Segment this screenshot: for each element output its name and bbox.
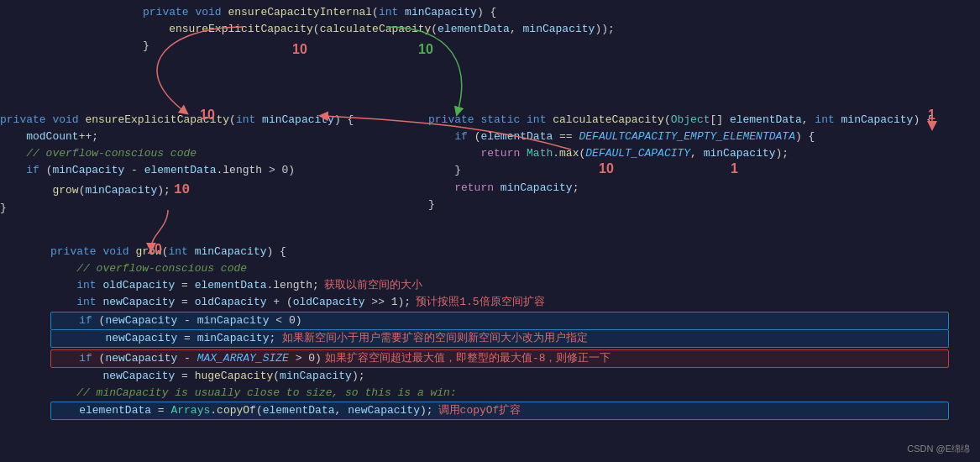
code-line: newCapacity = hugeCapacity(minCapacity); (50, 368, 949, 385)
code-line: private void grow(int minCapacity) { (50, 244, 949, 260)
code-line: int newCapacity = oldCapacity + (oldCapa… (50, 294, 949, 311)
annotation-10-topgreen: 10 (418, 42, 433, 57)
code-line: private void ensureExplicitCapacity(int … (0, 112, 354, 129)
code-line-highlight-blue3: elementData = Arrays.copyOf(elementData,… (50, 402, 949, 420)
code-line: if (minCapacity - elementData.length > 0… (0, 162, 354, 179)
annotation-10-midleft: 10 (200, 108, 215, 123)
code-line: ensureExplicitCapacity(calculateCapacity… (143, 21, 615, 38)
top-header-block: private void ensureCapacityInternal(int … (143, 4, 615, 55)
code-line: private static int calculateCapacity(Obj… (428, 112, 933, 129)
code-line: } (0, 200, 354, 217)
watermark: CSDN @E绵绵 (907, 443, 970, 455)
annotation-10-midright: 10 (599, 161, 614, 176)
bottom-block: private void grow(int minCapacity) { // … (50, 244, 949, 420)
code-line: private void ensureCapacityInternal(int … (143, 4, 615, 21)
code-line: } (428, 197, 933, 213)
code-line: if (elementData == DEFAULTCAPACITY_EMPTY… (428, 129, 933, 145)
left-column: private void ensureExplicitCapacity(int … (0, 112, 354, 218)
code-line-highlight-blue1: if (newCapacity - minCapacity < 0) (50, 312, 949, 330)
annotation-1-mid: 1 (731, 161, 738, 176)
annotation-10-bottom: 10 (147, 242, 162, 257)
code-line: return Math.max(DEFAULT_CAPACITY, minCap… (428, 145, 933, 162)
code-line: return minCapacity; (428, 180, 933, 197)
code-line: } (428, 162, 933, 179)
code-line: // overflow-conscious code (50, 260, 949, 277)
code-area: private void ensureCapacityInternal(int … (0, 0, 980, 462)
code-line: } (143, 38, 615, 55)
code-line: // minCapacity is usually close to size,… (50, 385, 949, 402)
code-line-highlight-red: if (newCapacity - MAX_ARRAY_SIZE > 0)如果扩… (50, 349, 949, 368)
code-line: // overflow-conscious code (0, 145, 354, 162)
right-column: private static int calculateCapacity(Obj… (428, 112, 933, 213)
code-line-highlight-blue2: newCapacity = minCapacity; 如果新空间小于用户需要扩容… (50, 330, 949, 348)
code-line: modCount++; (0, 129, 354, 145)
code-line: grow(minCapacity);10 (0, 180, 354, 201)
annotation-1-right: 1 (928, 108, 935, 123)
code-line: int oldCapacity = elementData.length;获取以… (50, 277, 949, 294)
annotation-10-topleft: 10 (292, 42, 307, 57)
